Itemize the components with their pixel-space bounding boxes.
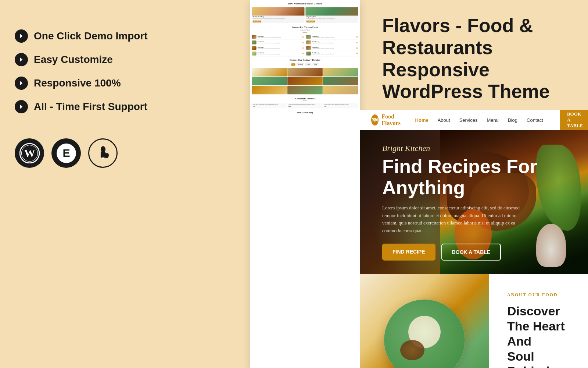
- gallery-item-4: [252, 77, 287, 85]
- gallery-item-6: [323, 77, 358, 85]
- menu-price-2: $29: [302, 42, 304, 43]
- review-2: Consectetur adipiscing tempor incididunt…: [287, 103, 322, 108]
- book-table-hero-button[interactable]: BOOK A TABLE: [441, 244, 501, 261]
- svg-point-5: [100, 146, 105, 152]
- menu-img-2: [252, 40, 257, 45]
- menu-price-6: $32: [356, 42, 358, 43]
- review-text-2: Consectetur adipiscing tempor incididunt…: [288, 104, 322, 106]
- menu-desc-4: Lorem ipsum dolor sit amet consectetur a…: [258, 54, 301, 55]
- right-panel: Flavors - Food & RestaurantsResponsive W…: [360, 0, 588, 368]
- menu-item-3: Food Item 3 Lorem ipsum dolor sit amet c…: [252, 45, 304, 51]
- about-label: ABOUT OUR FOOD: [507, 292, 570, 298]
- gallery-item-2: [287, 68, 323, 76]
- menu-img-8: [306, 52, 311, 56]
- about-image-area: [360, 274, 489, 368]
- menu-item-7: Food Item 6 Lorem ipsum dolor sit amet c…: [306, 45, 358, 51]
- menu-item-2: Food Item 2 Lorem ipsum dolor sit amet c…: [252, 40, 304, 45]
- website-preview: 🍽 Food Flavors Home About Services Menu …: [360, 110, 588, 368]
- menu-desc-6: Lorem ipsum dolor sit amet consectetur a…: [312, 43, 355, 44]
- nav-link-blog[interactable]: Blog: [508, 117, 517, 123]
- gallery-item-9: [323, 86, 358, 94]
- wordpress-logo: W: [15, 138, 44, 168]
- svg-point-7: [102, 157, 104, 159]
- menu-img-1: [252, 35, 257, 39]
- preview-card-1: Healthy Meal Prep Delicious nutritious b…: [252, 7, 305, 23]
- menu-item-1: Food Item 1 Lorem ipsum dolor sit amet c…: [252, 34, 304, 40]
- feature-item: Responsive 100%: [15, 77, 148, 90]
- preview-content: How Nutritious Food Is Cooked Healthy Me…: [250, 0, 360, 117]
- gallery-item-5: [287, 77, 323, 85]
- menu-price-1: $25: [302, 36, 304, 38]
- gallery-item-1: [252, 68, 287, 76]
- feature-text-responsive: Responsive 100%: [34, 77, 121, 89]
- center-preview-panel: How Nutritious Food Is Cooked Healthy Me…: [250, 0, 360, 368]
- preview-section2-title: Famous For Various Foods: [250, 26, 360, 28]
- feature-item: Easy Customize: [15, 53, 148, 66]
- review-author-2: Emily: [288, 106, 322, 107]
- tech-logos: W E: [15, 138, 118, 168]
- nav-link-about[interactable]: About: [438, 117, 450, 123]
- gallery-item-8: [287, 86, 323, 94]
- elementor-logo: E: [51, 138, 81, 168]
- title-area: Flavors - Food & RestaurantsResponsive W…: [360, 0, 588, 110]
- preview-section5-title: Our Latest Blog: [250, 112, 360, 114]
- hero-bowl: [536, 224, 566, 267]
- card-desc-1: Delicious nutritious bowl prepared fresh…: [253, 18, 304, 19]
- menu-desc-7: Lorem ipsum dolor sit amet consectetur a…: [312, 48, 355, 49]
- menu-desc-8: Lorem ipsum dolor sit amet consectetur a…: [312, 54, 355, 55]
- menu-price-3: $30: [302, 47, 304, 49]
- nav-link-home[interactable]: Home: [415, 117, 429, 123]
- gallery-tab-breakfast[interactable]: Breakfast: [297, 63, 304, 66]
- gallery-item-3: [323, 68, 358, 76]
- find-recipe-button[interactable]: FIND RECIPE: [382, 244, 435, 261]
- gallery-tab-dinner[interactable]: Dinner: [312, 63, 319, 66]
- menu-price-8: $40: [356, 53, 358, 54]
- touch-logo: [88, 138, 118, 168]
- nav-link-services[interactable]: Services: [459, 117, 478, 123]
- logo-text: Food Flavors: [381, 113, 404, 127]
- svg-text:W: W: [24, 147, 35, 159]
- about-title: Discover The Heart AndSoul Behind Our De…: [507, 304, 570, 368]
- preview-menu: Food Item 1 Lorem ipsum dolor sit amet c…: [250, 34, 360, 56]
- nav-link-contact[interactable]: Contact: [527, 117, 543, 123]
- card-img-salad: [305, 7, 358, 15]
- arrow-icon: [15, 29, 28, 43]
- menu-img-5: [306, 35, 311, 39]
- menu-price-7: $30: [356, 47, 358, 49]
- gallery-tab-all[interactable]: All: [291, 63, 295, 66]
- preview-section3-title: Explore Our Culinary Delights: [250, 59, 360, 61]
- site-logo: 🍽 Food Flavors: [371, 113, 404, 127]
- feature-item: One Click Demo Import: [15, 29, 148, 43]
- hero-title: Find Recipes ForAnything: [382, 156, 537, 198]
- hero-description: Lorem ipsum dolor sit amet, consectetur …: [382, 204, 522, 235]
- preview-reviews: Lorem ipsum dolor sit amet consectetur a…: [250, 102, 360, 109]
- menu-item-4: Food Item 4 Lorem ipsum dolor sit amet c…: [252, 51, 304, 56]
- menu-img-6: [306, 40, 311, 45]
- menu-item-8: Food Item 6 Lorem ipsum dolor sit amet c…: [306, 51, 358, 56]
- hero-buttons: FIND RECIPE BOOK A TABLE: [382, 244, 537, 261]
- card-desc-2: Healthy diet plan for daily nutrition wi…: [306, 18, 358, 19]
- about-section: ABOUT OUR FOOD Discover The Heart AndSou…: [360, 274, 588, 368]
- nav-links: Home About Services Menu Blog Contact BO…: [415, 110, 588, 132]
- menu-desc-5: Lorem ipsum dolor sit amet consectetur a…: [312, 37, 355, 38]
- menu-img-4: [252, 52, 257, 56]
- about-content: ABOUT OUR FOOD Discover The Heart AndSou…: [489, 274, 588, 368]
- svg-rect-6: [100, 152, 105, 158]
- gallery-item-7: [252, 86, 287, 94]
- feature-text-one-click: One Click Demo Import: [34, 30, 148, 42]
- menu-price-4: $40: [302, 53, 304, 54]
- hero-content: Bright Kitchen Find Recipes ForAnything …: [382, 144, 537, 261]
- feature-text-support: All - Time First Support: [34, 101, 147, 113]
- card-btn-2[interactable]: FULL RECIPE: [306, 21, 315, 22]
- page-title: Flavors - Food & RestaurantsResponsive W…: [382, 15, 566, 103]
- review-1: Lorem ipsum dolor sit amet consectetur a…: [252, 103, 287, 108]
- hero-section: Bright Kitchen Find Recipes ForAnything …: [360, 130, 588, 274]
- preview-card-2: Single Day Diet Healthy diet plan for da…: [305, 7, 358, 23]
- preview-section2-sub: Exclusive Menu: [250, 29, 360, 31]
- nav-link-menu[interactable]: Menu: [487, 117, 499, 123]
- card-btn-1[interactable]: FULL RECIPE: [253, 21, 261, 22]
- gallery-tab-lunch[interactable]: Lunch: [305, 63, 311, 66]
- nav-cta-button[interactable]: BOOK A TABLE: [560, 110, 588, 132]
- menu-desc-1: Lorem ipsum dolor sit amet consectetur a…: [258, 37, 301, 38]
- preview-section1-title: How Nutritious Food Is Cooked: [288, 2, 322, 5]
